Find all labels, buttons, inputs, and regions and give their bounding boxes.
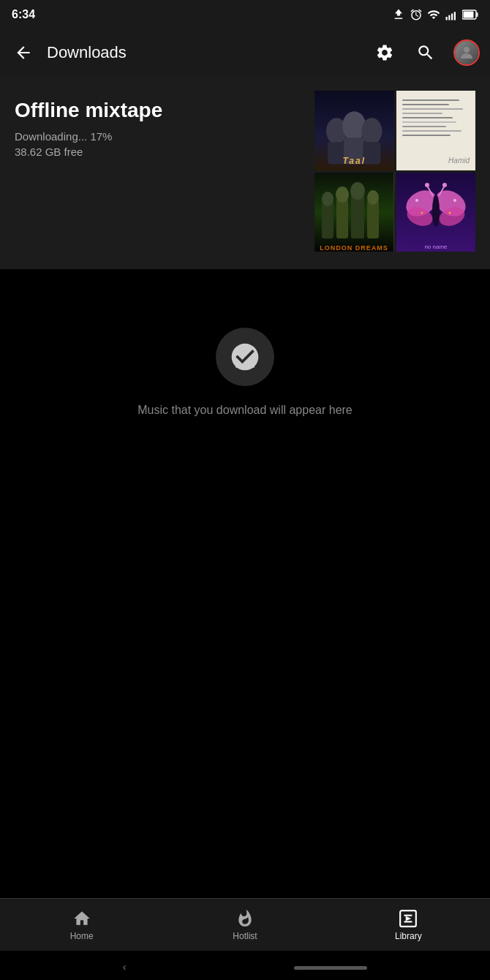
status-icons <box>392 8 478 21</box>
svg-point-22 <box>350 182 365 200</box>
svg-point-18 <box>322 192 333 206</box>
download-empty-text: Music that you download will appear here <box>137 404 353 417</box>
svg-rect-2 <box>451 14 453 20</box>
svg-text:Taal: Taal <box>342 156 366 166</box>
album-thumb-white[interactable]: Hamid <box>396 91 476 170</box>
mixtape-status: Downloading... 17% <box>15 130 300 143</box>
status-bar: 6:34 <box>0 0 490 29</box>
app-bar-actions <box>370 38 481 67</box>
mixtape-space: 38.62 GB free <box>15 146 300 158</box>
settings-button[interactable] <box>370 38 399 67</box>
back-gesture: ‹ <box>123 961 127 973</box>
svg-rect-3 <box>454 12 456 20</box>
svg-rect-17 <box>322 202 333 238</box>
download-empty-state: Music that you download will appear here <box>0 269 490 417</box>
svg-rect-6 <box>464 12 474 18</box>
search-button[interactable] <box>411 38 440 67</box>
svg-point-24 <box>367 190 379 205</box>
nav-label-home: Home <box>70 931 94 941</box>
svg-rect-23 <box>367 200 379 238</box>
svg-rect-21 <box>351 195 364 238</box>
svg-rect-42 <box>404 914 412 916</box>
hotlist-icon <box>235 909 255 928</box>
svg-point-36 <box>415 199 418 202</box>
nav-item-home[interactable]: Home <box>0 909 163 941</box>
album-thumb-purple[interactable]: no name <box>396 173 476 252</box>
signal-icon <box>445 8 458 21</box>
page-title: Downloads <box>47 43 361 62</box>
svg-rect-43 <box>404 921 412 922</box>
back-button[interactable] <box>9 38 38 67</box>
svg-point-11 <box>361 118 382 144</box>
nav-label-hotlist: Hotlist <box>233 931 257 941</box>
svg-point-7 <box>464 47 470 53</box>
mixtape-title: Offline mixtape <box>15 98 300 123</box>
main-content-area <box>0 417 490 980</box>
nav-item-library[interactable]: Library <box>327 909 490 941</box>
home-icon <box>72 909 91 928</box>
nav-item-hotlist[interactable]: Hotlist <box>163 909 326 941</box>
svg-point-39 <box>448 211 451 214</box>
svg-rect-1 <box>448 15 450 20</box>
album-thumb-london[interactable]: LONDON DREAMS <box>314 173 394 252</box>
mixtape-album-grid: 🔒 <box>314 91 475 252</box>
svg-point-33 <box>425 183 429 187</box>
svg-point-20 <box>336 186 349 203</box>
library-icon <box>399 909 418 928</box>
album-thumb-taal[interactable]: 🔒 <box>314 91 394 170</box>
svg-point-37 <box>453 199 456 202</box>
svg-text:LONDON DREAMS: LONDON DREAMS <box>320 244 388 252</box>
svg-rect-19 <box>336 198 348 238</box>
mixtape-info: Offline mixtape Downloading... 17% 38.62… <box>15 91 300 158</box>
battery-icon <box>462 10 478 20</box>
svg-rect-5 <box>477 12 478 17</box>
svg-text:no name: no name <box>424 244 448 250</box>
svg-point-31 <box>432 195 440 227</box>
svg-point-38 <box>421 211 423 214</box>
app-bar: Downloads <box>0 29 490 76</box>
download-check-icon-circle <box>216 328 274 386</box>
bottom-nav: Home Hotlist Library <box>0 898 490 951</box>
mixtape-section[interactable]: Offline mixtape Downloading... 17% 38.62… <box>0 76 490 269</box>
profile-button[interactable] <box>452 38 481 67</box>
avatar <box>453 39 480 66</box>
nav-label-library: Library <box>395 931 422 941</box>
home-bar <box>294 966 367 970</box>
alarm-icon <box>410 8 423 21</box>
download-status-icon <box>392 8 405 21</box>
download-check-icon <box>229 341 261 373</box>
wifi-icon <box>427 8 440 21</box>
svg-point-35 <box>442 183 447 187</box>
svg-rect-0 <box>446 17 448 20</box>
status-time: 6:34 <box>12 8 35 21</box>
